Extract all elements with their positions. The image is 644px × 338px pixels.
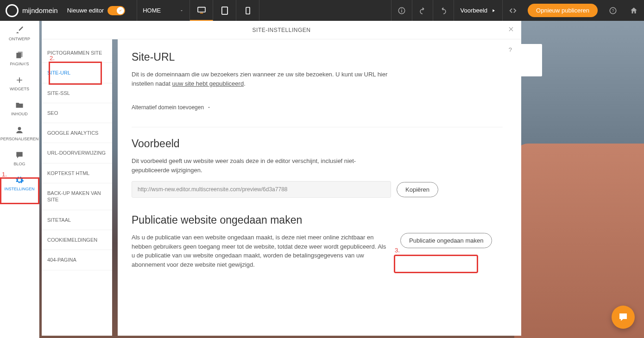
redo-icon: [439, 6, 448, 15]
svg-rect-3: [246, 7, 250, 13]
brand-logo: mijndomein: [0, 4, 63, 17]
svg-rect-2: [222, 7, 227, 14]
chat-icon: [15, 150, 24, 160]
preview-url-input[interactable]: [132, 181, 391, 198]
preview-desc: Dit voorbeeld geeft uw website weer zoal…: [132, 156, 391, 175]
content-help-button[interactable]: ?: [509, 46, 512, 53]
home-button[interactable]: [623, 0, 644, 21]
modal-body: PICTOGRAMMEN SITE SITE-URL SITE-SSL SEO …: [42, 39, 521, 336]
sidebar-label: INSTELLINGEN: [4, 187, 34, 191]
chat-support-button[interactable]: [612, 306, 635, 329]
device-tablet-button[interactable]: [213, 0, 236, 21]
info-icon: [398, 6, 406, 15]
undo-button[interactable]: [412, 0, 433, 21]
alt-domain-toggle[interactable]: Alternatief domein toevoegen: [132, 104, 503, 111]
unpublish-desc: Als u de publicatie van een website onge…: [132, 233, 391, 269]
info-button[interactable]: [391, 0, 412, 21]
sidebar-label: INHOUD: [11, 112, 28, 116]
section-preview: Voorbeeld Dit voorbeeld geeft uw website…: [132, 138, 503, 198]
gear-icon: [15, 175, 24, 185]
help-icon: ?: [609, 6, 617, 15]
nav-url-doorverwijzing[interactable]: URL-DOORVERWIJZING: [42, 143, 112, 163]
tablet-icon: [221, 6, 228, 15]
nav-404-pagina[interactable]: 404-PAGINA: [42, 250, 112, 270]
brand-name: mijndomein: [22, 6, 58, 14]
section-unpublish: Publicatie website ongedaan maken Als u …: [132, 214, 503, 269]
redo-button[interactable]: [433, 0, 454, 21]
sidebar-label: PERSONALISEREN: [0, 137, 39, 141]
publish-button[interactable]: Opnieuw publiceren: [528, 4, 598, 17]
desktop-icon: [197, 6, 206, 14]
sidebar-item-personaliseren[interactable]: PERSONALISEREN: [0, 121, 39, 146]
publish-link[interactable]: uuw site hebt gepubliceerd: [172, 80, 244, 87]
undo-icon: [418, 6, 427, 15]
sidebar-item-blog[interactable]: BLOG: [0, 146, 39, 171]
preview-heading: Voorbeeld: [132, 138, 503, 150]
modal-header: SITE-INSTELLINGEN: [42, 21, 521, 39]
play-icon: [491, 8, 496, 13]
toggle-knob: [117, 7, 124, 14]
page-selector[interactable]: HOME: [137, 0, 190, 21]
person-icon: [15, 125, 24, 135]
editor-toggle-label: Nieuwe editor: [67, 7, 104, 14]
svg-rect-1: [200, 13, 203, 13]
chevron-down-icon: [207, 105, 211, 110]
nav-seo[interactable]: SEO: [42, 103, 112, 123]
topbar-right: Voorbeeld Opnieuw publiceren ?: [391, 0, 644, 21]
sidebar-item-instellingen[interactable]: INSTELLINGEN: [0, 171, 39, 196]
nav-site-ssl[interactable]: SITE-SSL: [42, 83, 112, 103]
settings-content: ? Site-URL Dit is de domeinnaam die uw b…: [118, 39, 521, 336]
device-switcher: [190, 0, 259, 21]
chat-icon: [618, 312, 629, 323]
unpublish-button[interactable]: Publicatie ongedaan maken: [400, 233, 492, 248]
nav-pictogrammen[interactable]: PICTOGRAMMEN SITE: [42, 43, 112, 63]
preview-button[interactable]: Voorbeeld: [454, 0, 503, 21]
svg-rect-5: [401, 10, 402, 12]
folder-icon: [15, 100, 24, 110]
copy-button[interactable]: Kopiëren: [397, 182, 438, 197]
check-icon: [118, 8, 123, 13]
preview-label: Voorbeeld: [461, 7, 488, 14]
device-desktop-button[interactable]: [190, 0, 213, 21]
sidebar-label: PAGINA'S: [10, 62, 29, 66]
svg-rect-6: [401, 8, 402, 9]
settings-modal: SITE-INSTELLINGEN PICTOGRAMMEN SITE SITE…: [42, 21, 521, 336]
sidebar-label: BLOG: [13, 162, 25, 166]
sidebar-item-paginas[interactable]: PAGINA'S: [0, 46, 39, 71]
dev-mode-button[interactable]: [502, 0, 523, 21]
device-mobile-button[interactable]: [236, 0, 259, 21]
home-icon: [630, 6, 638, 15]
alt-domain-label: Alternatief domein toevoegen: [132, 104, 204, 111]
left-sidebar: ONTWERP PAGINA'S WIDGETS INHOUD PERSONAL…: [0, 21, 39, 338]
modal-title: SITE-INSTELLINGEN: [253, 27, 311, 33]
preview-url-row: Kopiëren: [132, 181, 503, 198]
nav-sitetaal[interactable]: SITETAAL: [42, 210, 112, 230]
svg-text:?: ?: [612, 8, 614, 13]
settings-nav: PICTOGRAMMEN SITE SITE-URL SITE-SSL SEO …: [42, 39, 112, 336]
site-url-desc-text: Dit is de domeinnaam die uw bezoekers zi…: [132, 71, 387, 87]
new-editor-toggle[interactable]: Nieuwe editor: [67, 6, 126, 15]
sidebar-item-ontwerp[interactable]: ONTWERP: [0, 21, 39, 46]
help-button[interactable]: ?: [602, 0, 623, 21]
sidebar-item-widgets[interactable]: WIDGETS: [0, 71, 39, 96]
sidebar-item-inhoud[interactable]: INHOUD: [0, 96, 39, 121]
logo-icon: [6, 4, 19, 17]
top-toolbar: mijndomein Nieuwe editor HOME: [0, 0, 644, 21]
unpublish-heading: Publicatie website ongedaan maken: [132, 214, 503, 226]
toggle-switch[interactable]: [107, 6, 125, 15]
nav-google-analytics[interactable]: GOOGLE ANALYTICS: [42, 123, 112, 143]
site-url-heading: Site-URL: [132, 51, 503, 63]
pages-icon: [15, 50, 24, 60]
close-button[interactable]: [508, 26, 514, 34]
nav-cookiemeldingen[interactable]: COOKIEMELDINGEN: [42, 230, 112, 250]
nav-koptekst-html[interactable]: KOPTEKST HTML: [42, 163, 112, 183]
chevron-down-icon: [179, 8, 184, 13]
nav-site-url[interactable]: SITE-URL: [42, 63, 112, 83]
brush-icon: [15, 25, 24, 35]
close-icon: [508, 26, 514, 32]
site-url-desc: Dit is de domeinnaam die uw bezoekers zi…: [132, 70, 391, 88]
unpublish-row: Als u de publicatie van een website onge…: [132, 233, 503, 269]
page-name: HOME: [143, 7, 161, 14]
nav-backup[interactable]: BACK-UP MAKEN VAN SITE: [42, 183, 112, 210]
sidebar-label: WIDGETS: [10, 87, 29, 91]
